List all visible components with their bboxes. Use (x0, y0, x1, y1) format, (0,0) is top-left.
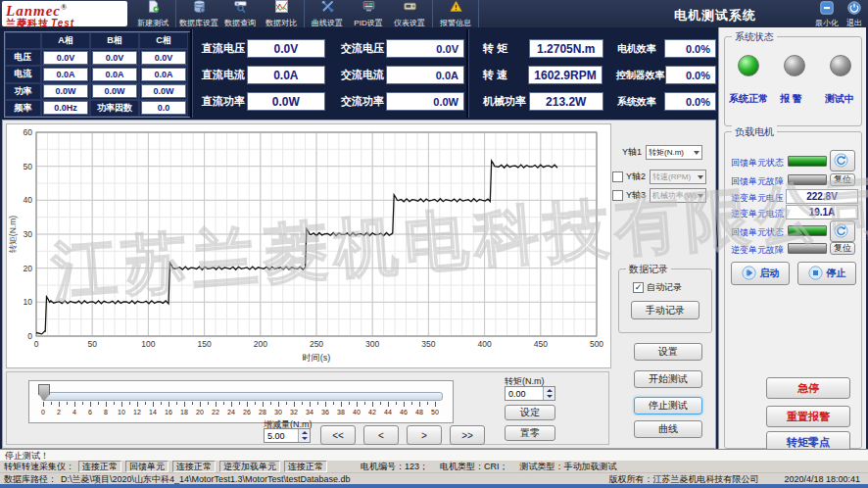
feedback-reset-button[interactable]: 复位 (830, 173, 855, 186)
step-amount-spinner[interactable]: 5.00 (264, 428, 311, 443)
manual-record-button[interactable]: 手动记录 (631, 301, 699, 319)
new-test-button[interactable]: 新建测试 (132, 0, 173, 27)
curve-settings-button[interactable]: 曲线设置 (307, 0, 348, 27)
alarm-info-button[interactable]: 报警信息 (435, 0, 476, 27)
auto-record-checkbox[interactable]: ✓ (633, 282, 644, 293)
phase-label (5, 32, 41, 49)
y3-select[interactable]: 机械功率(W) (650, 188, 706, 203)
chart-box: 0501001502002503003504004505000102030405… (6, 123, 611, 368)
data-query-icon (234, 0, 247, 18)
torque-set-spinner[interactable]: 0.00 (505, 386, 555, 401)
stop-button[interactable]: 停止 (797, 262, 856, 285)
database-settings-icon (193, 0, 206, 18)
collector-status: 连接正常 (78, 461, 121, 472)
slider-tick (349, 402, 350, 405)
phase-value: 0.0V (90, 49, 139, 66)
slider-tick (263, 402, 264, 407)
meter-value: 0.0A (386, 66, 464, 84)
phase-value: 0.0W (139, 83, 188, 100)
y2-select[interactable]: 转速(RPM) (650, 170, 706, 184)
slider-track[interactable] (41, 392, 443, 401)
y2-checkbox[interactable] (612, 171, 623, 182)
slider-tick (192, 402, 193, 405)
database-settings-button[interactable]: 数据库设置 (178, 0, 219, 27)
slider-tick (176, 402, 177, 405)
slider-tick-label: 4 (72, 409, 76, 415)
reset-alarm-button[interactable]: 重置报警 (766, 406, 850, 427)
svg-text:0: 0 (34, 339, 39, 349)
phase-label: C相 (139, 32, 188, 49)
phase-value: 0.0V (41, 49, 90, 66)
system-ok-label: 系统正常 (729, 92, 768, 106)
slider-tick-label: 20 (196, 409, 204, 415)
slider-tick-label: 22 (212, 409, 219, 415)
slider-tick-label: 42 (368, 409, 376, 415)
phase-value: 0.0V (139, 49, 188, 66)
svg-text:200: 200 (254, 339, 267, 349)
slider-tick (121, 402, 122, 407)
meter-settings-button[interactable]: 仪表设置 (389, 0, 430, 27)
pid-settings-button[interactable]: PID设置 (348, 0, 389, 27)
inverter-voltage-label: 逆变单元电压 (731, 192, 784, 205)
settings-button[interactable]: 设置 (634, 343, 702, 361)
slider-tick (184, 402, 185, 407)
slider-tick (223, 402, 224, 405)
y3-checkbox[interactable] (612, 190, 623, 201)
data-query-button[interactable]: 数据查询 (219, 0, 261, 27)
nav-back-button[interactable]: < (363, 425, 399, 445)
stop-test-button[interactable]: 停止测试 (634, 397, 702, 415)
meter-label: 转 矩 (483, 41, 529, 56)
meter-value: 0.0W (247, 92, 325, 111)
slider-tick-label: 32 (290, 409, 298, 415)
phase-value: 0.0A (139, 66, 188, 82)
chevron-down-icon (694, 151, 699, 155)
meter-settings-icon (404, 0, 416, 18)
nav-forward-button[interactable]: > (407, 425, 442, 445)
torque-slider[interactable]: 0246810121416182022242628303234363840424… (28, 380, 454, 423)
slider-tick (302, 402, 303, 405)
slider-tick (145, 402, 146, 405)
mechanical-panel: 转 矩1.2705N.m电机效率0.0%转 速1602.9RPM控制器效率0.0… (469, 27, 716, 120)
load-slider-panel: 0246810121416182022242628303234363840424… (6, 371, 609, 445)
inverter-refresh-button[interactable] (830, 220, 855, 242)
emergency-stop-button[interactable]: 急停 (766, 377, 850, 399)
spinner-arrows-icon[interactable] (298, 429, 310, 442)
slider-tick (90, 402, 91, 407)
phase-label: 电压 (5, 49, 41, 66)
curve-button[interactable]: 曲线 (634, 420, 702, 438)
zero-button[interactable]: 置零 (505, 425, 555, 441)
refresh-icon (834, 153, 852, 170)
slider-tick (161, 402, 162, 405)
slider-tick (411, 402, 412, 405)
motor-number: 电机编号：123； (361, 461, 428, 473)
feedback-refresh-button[interactable] (830, 150, 855, 171)
testing-label: 测试中 (825, 92, 854, 106)
nav-fast-forward-button[interactable]: >> (450, 425, 485, 445)
slider-tick-label: 44 (384, 409, 392, 415)
minimize-button[interactable]: 最小化 (815, 1, 839, 28)
start-button[interactable]: 启动 (731, 262, 790, 285)
start-test-button[interactable]: 开始测试 (634, 370, 702, 388)
slider-tick (98, 402, 99, 405)
slider-tick (357, 402, 358, 407)
data-compare-button[interactable]: 数据对比 (261, 0, 302, 27)
phase-label: A相 (41, 32, 90, 49)
testing-led (830, 55, 851, 76)
svg-text:40: 40 (24, 195, 33, 205)
exit-button[interactable]: 退出 (846, 1, 862, 28)
phase-label: 电流 (5, 66, 41, 82)
torque-chart: 0501001502002503003504004505000102030405… (7, 124, 608, 366)
slider-tick-label: 46 (400, 409, 408, 415)
alarm-label: 报 警 (780, 92, 802, 106)
slider-tick (419, 402, 420, 407)
right-panel: 系统状态 系统正常 报 警 测试中 负载电机 回馈单元状态 回馈单元故障 复位 … (718, 27, 866, 455)
y1-select[interactable]: 转矩(N.m) (646, 145, 702, 160)
meter-label: 电机效率 (617, 42, 664, 56)
set-button[interactable]: 设定 (505, 405, 555, 420)
nav-fast-back-button[interactable]: << (320, 425, 356, 445)
meter-label: 转 速 (483, 68, 528, 82)
data-record-group: 数据记录 ✓ 自动记录 手动记录 (618, 268, 712, 333)
spinner-arrows-icon[interactable] (543, 387, 555, 400)
inverter-reset-button[interactable]: 复位 (830, 242, 855, 255)
chevron-down-icon (698, 175, 703, 179)
